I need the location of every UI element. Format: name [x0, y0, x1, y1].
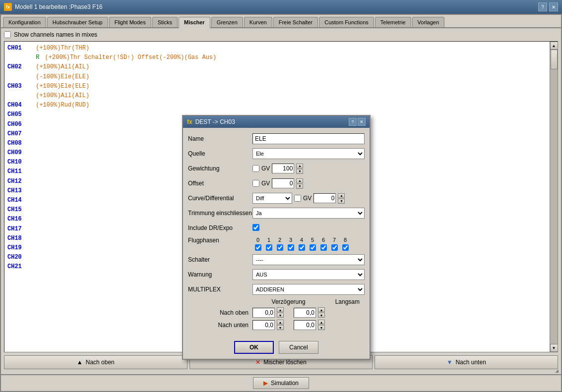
scroll-down-arrow[interactable]: ▼: [550, 344, 558, 352]
gewichtung-label: Gewichtung: [188, 165, 252, 172]
trimmung-select[interactable]: Ja: [252, 208, 365, 219]
tab-freie-schalter[interactable]: Freie Schalter: [273, 17, 318, 27]
nach-unten-lang-input[interactable]: [294, 320, 316, 330]
phase-check-5[interactable]: [310, 244, 316, 251]
nach-oben-lang-down[interactable]: ▼: [318, 313, 325, 318]
dialog-title-text: DEST -> CH03: [195, 118, 235, 125]
curve-select[interactable]: Diff: [252, 193, 292, 204]
tab-vorlagen[interactable]: Vorlagen: [412, 17, 444, 27]
tab-hubschrauber[interactable]: Hubschrauber Setup: [47, 17, 108, 27]
title-bar: fx Modell 1 bearbeiten :Phase3 F16 ? ✕: [0, 0, 562, 14]
close-button[interactable]: ✕: [549, 2, 558, 11]
scroll-thumb[interactable]: [551, 50, 558, 69]
nach-oben-verz-up[interactable]: ▲: [277, 307, 284, 312]
nach-unten-lang-spin[interactable]: ▲ ▼: [318, 320, 325, 330]
scrollbar[interactable]: ▲ ▼: [550, 42, 558, 352]
offset-label: Offset: [188, 180, 252, 187]
schalter-label: Schalter: [188, 256, 252, 263]
simulation-button[interactable]: ▶ Simulation: [253, 377, 309, 389]
offset-gv-checkbox[interactable]: [252, 180, 259, 187]
curve-spin[interactable]: ▲ ▼: [338, 193, 345, 204]
gewichtung-spin[interactable]: ▲ ▼: [296, 164, 303, 174]
trimmung-row: Trimmung einschliessen Ja: [188, 207, 365, 219]
dialog-close-button[interactable]: ✕: [358, 118, 366, 126]
resize-corner[interactable]: ◢: [555, 368, 560, 373]
tab-konfiguration[interactable]: Konfiguration: [3, 17, 46, 27]
nach-oben-lang-input[interactable]: [294, 308, 316, 318]
flugphasen-label: Flugphasen: [188, 237, 252, 244]
app-icon: fx: [4, 3, 12, 11]
phase-check-3[interactable]: [288, 244, 294, 251]
phase-check-7[interactable]: [331, 244, 338, 251]
name-input[interactable]: [252, 133, 365, 144]
phase-check-2[interactable]: [277, 244, 283, 251]
curve-gv-checkbox[interactable]: [294, 195, 301, 202]
scroll-up-arrow[interactable]: ▲: [550, 42, 558, 50]
dialog-icon: fx: [187, 118, 192, 125]
offset-input[interactable]: [272, 178, 294, 188]
nach-oben-lang-up[interactable]: ▲: [318, 307, 325, 312]
phase-num-0: 0: [252, 237, 263, 243]
nach-unten-verz-input[interactable]: [252, 320, 275, 330]
tab-custom-functions[interactable]: Custom Functions: [319, 17, 374, 27]
offset-down[interactable]: ▼: [296, 184, 303, 189]
show-channels-checkbox[interactable]: [4, 31, 11, 38]
offset-up[interactable]: ▲: [296, 178, 303, 183]
nach-oben-verz-spin[interactable]: ▲ ▼: [277, 307, 284, 318]
curve-down[interactable]: ▼: [338, 199, 345, 204]
cancel-button[interactable]: Cancel: [279, 341, 318, 354]
phase-check-6[interactable]: [320, 244, 327, 251]
gewichtung-down[interactable]: ▼: [296, 169, 303, 174]
tab-grenzen[interactable]: Grenzen: [211, 17, 243, 27]
multiplex-row: MULTIPLEX ADDIEREN: [188, 283, 365, 295]
curve-up[interactable]: ▲: [338, 193, 345, 198]
tab-mischer[interactable]: Mischer: [179, 17, 210, 28]
phase-num-8: 8: [340, 237, 351, 243]
window-title: Modell 1 bearbeiten :Phase3 F16: [15, 3, 103, 10]
curve-gv-input[interactable]: [313, 193, 336, 203]
nach-oben-verz-down[interactable]: ▼: [277, 313, 284, 318]
help-button[interactable]: ?: [538, 2, 547, 11]
include-dr-checkbox[interactable]: [252, 224, 259, 231]
tab-sticks[interactable]: Sticks: [152, 17, 178, 27]
gewichtung-input[interactable]: [272, 164, 294, 173]
nach-unten-lang-down[interactable]: ▼: [318, 325, 325, 330]
trimmung-label: Trimmung einschliessen: [188, 210, 252, 217]
phase-check-0[interactable]: [255, 244, 261, 251]
nach-oben-verz-input[interactable]: [252, 308, 275, 318]
phase-num-4: 4: [296, 237, 307, 243]
schalter-select[interactable]: ----: [252, 254, 365, 265]
scroll-track[interactable]: [550, 50, 558, 344]
name-row: Name: [188, 133, 365, 145]
nach-unten-verz-up[interactable]: ▲: [277, 320, 284, 325]
nach-unten-lang-up[interactable]: ▲: [318, 320, 325, 325]
multiplex-select[interactable]: ADDIEREN: [252, 284, 365, 295]
phase-check-4[interactable]: [299, 244, 305, 251]
quelle-select[interactable]: Ele: [252, 148, 365, 159]
nach-unten-label: Nach unten: [188, 322, 252, 329]
nach-oben-button[interactable]: ▲ Nach oben: [4, 355, 187, 369]
content-area: Show channels names in mixes CH01 (+100%…: [1, 28, 561, 374]
warnung-select[interactable]: AUS: [252, 269, 365, 280]
verzoegerung-header: Verzögerung: [272, 298, 306, 305]
nach-unten-button[interactable]: ▼ Nach unten: [375, 355, 558, 369]
nach-unten-verz-spin[interactable]: ▲ ▼: [277, 320, 284, 330]
nach-oben-lang-spin[interactable]: ▲ ▼: [318, 307, 325, 318]
nach-unten-verz-down[interactable]: ▼: [277, 325, 284, 330]
tab-bar: Konfiguration Hubschrauber Setup Flight …: [1, 15, 561, 28]
phase-num-5: 5: [307, 237, 318, 243]
ok-button[interactable]: OK: [234, 341, 274, 354]
gewichtung-up[interactable]: ▲: [296, 164, 303, 168]
gewichtung-gv-checkbox[interactable]: [252, 165, 259, 172]
phase-check-8[interactable]: [342, 244, 349, 251]
dialog-title-bar: fx DEST -> CH03 ? ✕: [183, 116, 370, 128]
offset-spin[interactable]: ▲ ▼: [296, 178, 303, 189]
delete-icon: ✕: [255, 359, 260, 366]
phase-check-1[interactable]: [266, 244, 272, 251]
tab-telemetrie[interactable]: Telemetrie: [375, 17, 411, 27]
simulation-bar: ▶ Simulation: [1, 374, 561, 391]
dialog-help-button[interactable]: ?: [349, 118, 357, 126]
up-icon: ▲: [77, 359, 83, 366]
tab-flight-modes[interactable]: Flight Modes: [109, 17, 151, 27]
tab-kurven[interactable]: Kurven: [244, 17, 272, 27]
